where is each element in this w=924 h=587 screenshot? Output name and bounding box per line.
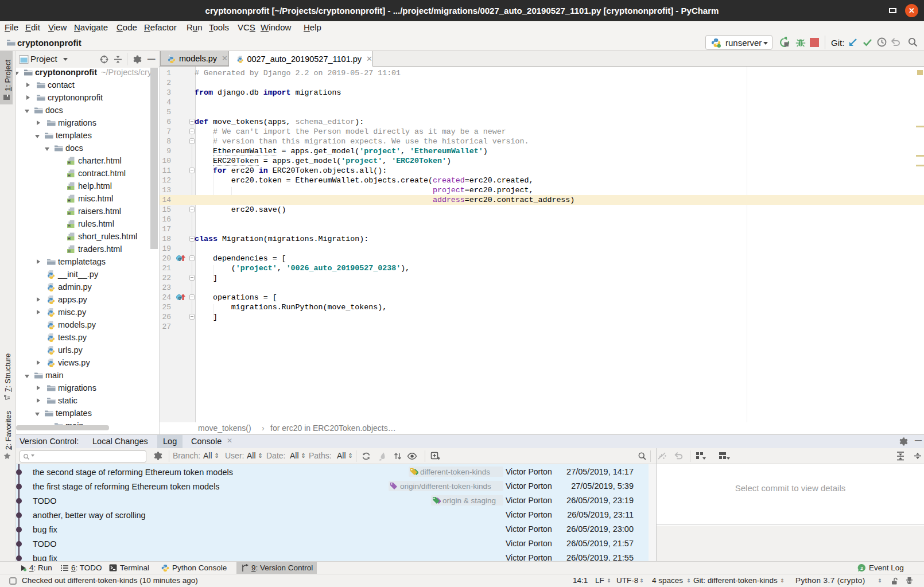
svg-text:H: H [68, 161, 71, 165]
svg-text:H: H [68, 224, 71, 228]
svg-text:H: H [68, 173, 71, 177]
svg-text:H: H [68, 211, 71, 215]
svg-text:H: H [68, 249, 71, 253]
svg-text:H: H [68, 199, 71, 203]
svg-text:H: H [68, 236, 71, 240]
svg-text:2: 2 [860, 566, 863, 571]
svg-text:H: H [68, 186, 71, 190]
